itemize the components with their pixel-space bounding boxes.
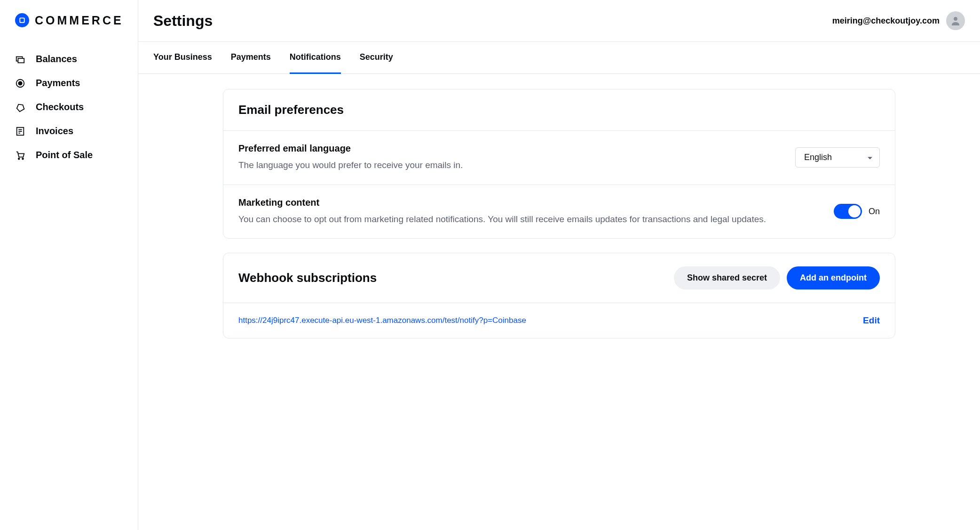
sidebar-item-pos[interactable]: Point of Sale	[15, 150, 138, 161]
sidebar-item-label: Point of Sale	[36, 150, 93, 161]
page-title: Settings	[153, 12, 213, 30]
language-select[interactable]: English	[795, 147, 880, 168]
sidebar-item-balances[interactable]: Balances	[15, 54, 138, 64]
email-preferences-card: Email preferences Preferred email langua…	[223, 89, 895, 239]
webhook-endpoint-row: https://24j9iprc47.execute-api.eu-west-1…	[223, 303, 895, 338]
sidebar: COMMERCE Balances Payments Checkouts	[0, 0, 138, 530]
main: Settings meiring@checkoutjoy.com Your Bu…	[138, 0, 980, 530]
brand-name: COMMERCE	[35, 14, 124, 27]
sidebar-item-invoices[interactable]: Invoices	[15, 126, 138, 137]
show-shared-secret-button[interactable]: Show shared secret	[674, 266, 780, 289]
svg-rect-4	[18, 58, 24, 63]
language-selected-value: English	[804, 153, 832, 162]
row-title: Marketing content	[238, 197, 819, 208]
svg-rect-2	[20, 18, 24, 22]
marketing-toggle-wrap: On	[834, 204, 880, 219]
row-text: Marketing content You can choose to opt …	[238, 197, 819, 226]
tab-your-business[interactable]: Your Business	[153, 42, 212, 73]
coinbase-logo-icon	[15, 13, 29, 27]
preferred-language-row: Preferred email language The language yo…	[223, 130, 895, 185]
marketing-toggle[interactable]	[834, 204, 862, 219]
content: Email preferences Preferred email langua…	[138, 74, 980, 530]
webhook-url-link[interactable]: https://24j9iprc47.execute-api.eu-west-1…	[238, 316, 526, 325]
edit-endpoint-link[interactable]: Edit	[863, 315, 880, 326]
invoices-icon	[15, 126, 25, 137]
settings-tabs: Your Business Payments Notifications Sec…	[138, 42, 980, 74]
card-header: Webhook subscriptions Show shared secret…	[223, 253, 895, 303]
svg-point-11	[18, 158, 20, 159]
row-title: Preferred email language	[238, 143, 780, 154]
cart-icon	[15, 150, 25, 161]
card-header: Email preferences	[223, 89, 895, 130]
tab-payments[interactable]: Payments	[231, 42, 271, 73]
row-desc: The language you would prefer to receive…	[238, 159, 780, 172]
avatar[interactable]	[946, 11, 965, 30]
webhook-actions: Show shared secret Add an endpoint	[674, 266, 880, 289]
tab-notifications[interactable]: Notifications	[290, 42, 341, 73]
sidebar-item-label: Invoices	[36, 126, 73, 137]
sidebar-item-label: Checkouts	[36, 102, 84, 112]
logo-row: COMMERCE	[0, 13, 138, 27]
tab-security[interactable]: Security	[360, 42, 393, 73]
card-title: Webhook subscriptions	[238, 271, 377, 285]
balances-icon	[15, 54, 25, 64]
user-block: meiring@checkoutjoy.com	[832, 11, 965, 30]
toggle-state-label: On	[869, 207, 880, 217]
checkouts-icon	[15, 102, 25, 112]
header: Settings meiring@checkoutjoy.com	[138, 0, 980, 42]
row-text: Preferred email language The language yo…	[238, 143, 780, 172]
svg-point-13	[954, 17, 957, 21]
webhook-subscriptions-card: Webhook subscriptions Show shared secret…	[223, 253, 895, 338]
svg-point-6	[18, 81, 22, 85]
sidebar-item-label: Payments	[36, 78, 80, 88]
chevron-down-icon	[867, 153, 873, 162]
add-endpoint-button[interactable]: Add an endpoint	[787, 266, 880, 289]
payments-icon	[15, 78, 25, 88]
sidebar-item-checkouts[interactable]: Checkouts	[15, 102, 138, 112]
card-title: Email preferences	[238, 103, 880, 117]
sidebar-nav: Balances Payments Checkouts Invoices	[0, 48, 138, 161]
user-email: meiring@checkoutjoy.com	[832, 16, 940, 26]
sidebar-item-payments[interactable]: Payments	[15, 78, 138, 88]
sidebar-item-label: Balances	[36, 54, 77, 64]
marketing-content-row: Marketing content You can choose to opt …	[223, 185, 895, 239]
row-desc: You can choose to opt out from marketing…	[238, 213, 819, 226]
svg-point-12	[22, 158, 24, 159]
